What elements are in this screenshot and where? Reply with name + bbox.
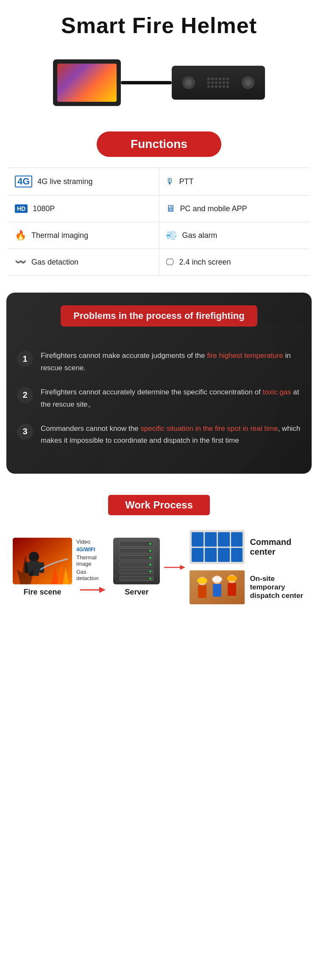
problem-number-2: 2 (17, 387, 33, 403)
flow-arrow (80, 584, 106, 596)
svg-point-19 (227, 575, 237, 581)
server-flow-arrow (164, 561, 185, 574)
feature-row-1: 4G 4G live straming 🎙 PTT (8, 168, 310, 195)
monitor-1 (192, 532, 204, 547)
problems-section: Problems in the process of firefighting … (6, 293, 312, 474)
thermal-icon: 🔥 (15, 230, 26, 241)
server-arrow (164, 561, 185, 574)
server-image (113, 538, 160, 584)
server-unit-3 (120, 555, 153, 560)
thermal-label: Thermal image (76, 554, 109, 567)
functions-section: Functions (0, 123, 318, 163)
feature-row-2: HD 1080P 🖥 PC and mobile APP (8, 195, 310, 222)
server-unit-6 (120, 576, 153, 581)
feature-thermal: 🔥 Thermal imaging (8, 222, 159, 248)
fire-scene-label: Fire scene (23, 588, 61, 597)
helmet-cable (121, 81, 172, 84)
fire-scene-svg (13, 538, 72, 584)
monitor-2 (205, 532, 217, 547)
problem-number-1: 1 (17, 351, 33, 367)
problems-title: Problems in the process of firefighting (61, 305, 257, 327)
feature-gas-detect: 〰️ Gas detaction (8, 249, 159, 275)
svg-rect-3 (29, 561, 39, 576)
dispatch-center-label: On-site temporary dispatch center (250, 575, 305, 600)
feature-pc-app: 🖥 PC and mobile APP (159, 195, 310, 222)
problem-item-1: 1 Firefighters cannot make accurate judg… (17, 350, 301, 374)
problem-text-1: Firefighters cannot make accurate judgme… (41, 350, 301, 374)
svg-rect-17 (213, 584, 221, 597)
server-unit-2 (120, 548, 153, 553)
video-label: Video (76, 539, 90, 545)
fire-scene-node: Fire scene (13, 538, 72, 597)
helmet-screen (53, 59, 121, 106)
camera-lens-2 (242, 76, 254, 89)
monitor-8 (231, 548, 243, 562)
fire-scene-image (13, 538, 72, 584)
feature-screen: 🖵 2.4 inch screen (159, 249, 310, 275)
work-process-section: Work Process (0, 482, 318, 619)
4g-icon: 4G (15, 176, 32, 187)
product-image-area (0, 42, 318, 123)
command-center-label: Command center (250, 537, 305, 557)
dispatch-center-image (190, 570, 245, 604)
feature-row-4: 〰️ Gas detaction 🖵 2.4 inch screen (8, 249, 310, 276)
camera-grille (207, 78, 229, 88)
helmet-camera (172, 66, 265, 100)
feature-row-3: 🔥 Thermal imaging 💨 Gas alarm (8, 222, 310, 249)
feature-thermal-label: Thermal imaging (31, 231, 88, 240)
problem-number-3: 3 (17, 424, 33, 440)
monitor-3 (218, 532, 230, 547)
hd-icon: HD (15, 204, 28, 213)
svg-rect-14 (198, 585, 206, 598)
feature-ptt-label: PTT (179, 177, 194, 186)
right-nodes: Command center (190, 530, 305, 604)
server-unit-5 (120, 569, 153, 574)
feature-gas-alarm-label: Gas alarm (182, 231, 218, 240)
monitor-6 (205, 548, 217, 562)
server-unit-1 (120, 541, 153, 546)
svg-point-13 (197, 578, 207, 584)
page-header: Smart Fire Helmet (0, 0, 318, 42)
work-process-title-wrap: Work Process (8, 491, 310, 526)
workflow-diagram: Fire scene Video 4G/WIFI Thermal image G… (8, 526, 310, 613)
dispatch-center-node: On-site temporary dispatch center (190, 570, 305, 604)
feature-screen-label: 2.4 inch screen (179, 258, 231, 267)
monitor-4 (231, 532, 243, 547)
feature-1080p: HD 1080P (8, 195, 159, 222)
monitor-icon: 🖥 (166, 203, 175, 214)
data-flow-area: Video 4G/WIFI Thermal image Gas detactio… (76, 539, 109, 596)
feature-4g: 4G 4G live straming (8, 168, 159, 195)
problem-item-3: 3 Commanders cannot know the specific si… (17, 423, 301, 447)
svg-marker-9 (180, 565, 186, 570)
command-center-node: Command center (190, 530, 305, 564)
data-labels: Video 4G/WIFI Thermal image Gas detactio… (76, 539, 109, 581)
helmet-visual (53, 51, 265, 114)
feature-pc-label: PC and mobile APP (180, 204, 247, 213)
feature-gas-label: Gas detaction (31, 258, 78, 267)
gas-label: Gas detaction (76, 569, 109, 581)
feature-ptt: 🎙 PTT (159, 168, 310, 195)
camera-lens (182, 76, 195, 89)
monitor-7 (218, 548, 230, 562)
feature-4g-label: 4G live straming (37, 177, 92, 186)
gas-icon: 〰️ (15, 257, 26, 268)
svg-rect-20 (228, 583, 236, 596)
wind-icon: 💨 (166, 230, 177, 241)
screen-icon: 🖵 (166, 257, 174, 267)
problem-text-3: Commanders cannot know the specific situ… (41, 423, 301, 447)
feature-1080p-label: 1080P (33, 204, 55, 213)
feature-gas-alarm: 💨 Gas alarm (159, 222, 310, 248)
command-monitors (190, 530, 245, 564)
server-unit-4 (120, 562, 153, 567)
dispatch-img (190, 570, 245, 604)
server-node: Server (113, 538, 160, 597)
mic-icon: 🎙 (166, 177, 174, 187)
svg-marker-7 (99, 587, 106, 593)
monitor-5 (192, 548, 204, 562)
screen-display (57, 64, 117, 102)
page-title: Smart Fire Helmet (8, 13, 310, 38)
wifi-label: 4G/WIFI (76, 547, 95, 553)
svg-rect-4 (25, 562, 30, 573)
problem-text-2: Firefighters cannot accurately determine… (41, 386, 301, 411)
server-label: Server (125, 588, 148, 597)
